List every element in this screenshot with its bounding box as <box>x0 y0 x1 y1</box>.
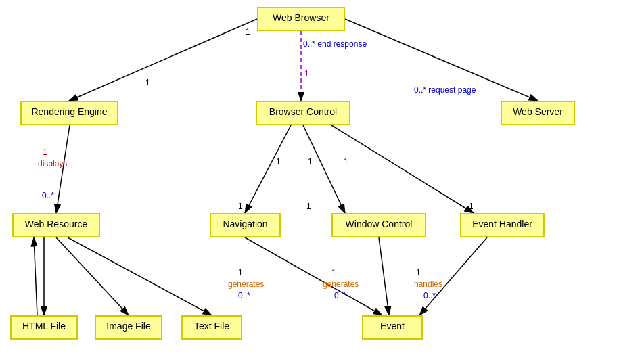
svg-line-11 <box>245 237 382 315</box>
label-wb-left-1: 1 <box>246 27 250 37</box>
svg-line-12 <box>379 237 389 315</box>
label-wc-bottom-1: 1 <box>306 202 311 211</box>
navigation-box: Navigation <box>210 213 281 237</box>
label-wr-mult: 0..* <box>42 191 54 200</box>
web-server-box: Web Server <box>501 101 575 125</box>
label-wc-gen-1: 1 <box>331 268 336 277</box>
label-request-page: 0..* request page <box>414 85 476 95</box>
svg-line-3 <box>56 125 70 213</box>
label-purple-1: 1 <box>304 69 309 78</box>
label-wc-mult: 0..* <box>334 291 346 300</box>
svg-line-13 <box>419 237 487 315</box>
label-eh-bottom-1: 1 <box>469 202 474 211</box>
label-nav-bottom-1: 1 <box>238 202 243 211</box>
svg-line-6 <box>331 125 474 213</box>
label-generates-nav: generates <box>228 279 264 289</box>
label-eh-handles-1: 1 <box>416 268 421 277</box>
label-bc-eh-1: 1 <box>344 157 348 166</box>
label-re-wr-1: 1 <box>43 147 47 157</box>
label-bc-nav-1: 1 <box>276 157 281 166</box>
event-handler-box: Event Handler <box>460 213 545 237</box>
label-bc-wc-1: 1 <box>308 157 313 166</box>
svg-line-8 <box>56 237 129 315</box>
rendering-engine-box: Rendering Engine <box>20 101 118 125</box>
svg-line-9 <box>68 237 212 315</box>
diagram-container: Web Browser Browser Control Rendering En… <box>0 0 619 364</box>
label-re-1: 1 <box>145 78 150 87</box>
label-handles: handles <box>414 279 442 289</box>
label-nav-gen-1: 1 <box>238 268 243 277</box>
browser-control-box: Browser Control <box>256 101 350 125</box>
svg-line-10 <box>34 237 37 315</box>
svg-line-5 <box>303 125 345 213</box>
html-file-box: HTML File <box>10 315 78 340</box>
web-resource-box: Web Resource <box>12 213 100 237</box>
label-nav-mult: 0..* <box>238 291 250 300</box>
label-end-response: 0..* end response <box>303 39 367 49</box>
event-box: Event <box>362 315 423 340</box>
label-generates-wc: generates <box>323 279 359 289</box>
text-file-box: Text File <box>181 315 242 340</box>
svg-line-1 <box>69 19 257 101</box>
svg-line-4 <box>245 125 291 213</box>
image-file-box: Image File <box>95 315 162 340</box>
window-control-box: Window Control <box>331 213 426 237</box>
label-displays: displays <box>38 159 67 168</box>
arrows-svg <box>0 0 619 364</box>
label-eh-mult: 0..* <box>423 291 436 300</box>
web-browser-box: Web Browser <box>257 7 345 31</box>
